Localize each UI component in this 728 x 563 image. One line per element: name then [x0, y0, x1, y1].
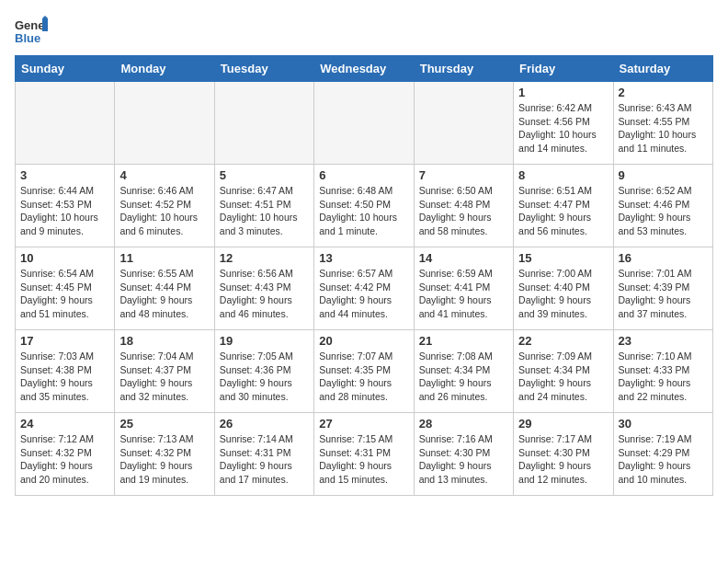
day-number: 12 — [220, 251, 309, 265]
day-number: 27 — [319, 417, 408, 431]
page-header: General Blue — [15, 15, 713, 48]
day-number: 17 — [20, 334, 109, 348]
weekday-header-sunday: Sunday — [16, 56, 115, 82]
day-info: Sunrise: 6:42 AM Sunset: 4:56 PM Dayligh… — [518, 101, 608, 155]
calendar-cell: 19Sunrise: 7:05 AM Sunset: 4:36 PM Dayli… — [214, 330, 313, 413]
day-number: 6 — [319, 168, 408, 182]
calendar-cell — [314, 82, 414, 165]
weekday-header-monday: Monday — [115, 56, 214, 82]
day-number: 14 — [419, 251, 508, 265]
calendar-cell — [16, 82, 115, 165]
weekday-header-thursday: Thursday — [414, 56, 513, 82]
day-info: Sunrise: 7:10 AM Sunset: 4:33 PM Dayligh… — [619, 350, 708, 404]
day-number: 22 — [518, 334, 608, 348]
day-number: 24 — [20, 417, 109, 431]
calendar-cell: 26Sunrise: 7:14 AM Sunset: 4:31 PM Dayli… — [214, 413, 313, 496]
calendar-cell: 6Sunrise: 6:48 AM Sunset: 4:50 PM Daylig… — [314, 165, 414, 247]
calendar-cell: 15Sunrise: 7:00 AM Sunset: 4:40 PM Dayli… — [514, 247, 613, 330]
calendar-cell — [414, 82, 513, 165]
day-number: 18 — [119, 334, 209, 348]
day-info: Sunrise: 6:54 AM Sunset: 4:45 PM Dayligh… — [20, 267, 109, 321]
day-info: Sunrise: 6:56 AM Sunset: 4:43 PM Dayligh… — [220, 267, 309, 321]
day-number: 19 — [220, 334, 309, 348]
day-info: Sunrise: 7:15 AM Sunset: 4:31 PM Dayligh… — [319, 432, 408, 487]
calendar-table: SundayMondayTuesdayWednesdayThursdayFrid… — [15, 55, 713, 496]
day-number: 23 — [619, 334, 708, 348]
logo-icon: General Blue — [15, 15, 48, 48]
calendar-cell: 3Sunrise: 6:44 AM Sunset: 4:53 PM Daylig… — [16, 165, 115, 247]
day-number: 25 — [119, 417, 209, 431]
day-number: 1 — [518, 86, 608, 99]
day-info: Sunrise: 6:46 AM Sunset: 4:52 PM Dayligh… — [119, 184, 209, 238]
day-info: Sunrise: 6:50 AM Sunset: 4:48 PM Dayligh… — [419, 184, 508, 238]
day-info: Sunrise: 7:16 AM Sunset: 4:30 PM Dayligh… — [419, 432, 508, 487]
day-info: Sunrise: 6:47 AM Sunset: 4:51 PM Dayligh… — [220, 184, 309, 238]
day-number: 16 — [619, 251, 708, 265]
day-info: Sunrise: 6:57 AM Sunset: 4:42 PM Dayligh… — [319, 267, 408, 321]
weekday-header-saturday: Saturday — [613, 56, 712, 82]
calendar-cell — [115, 82, 214, 165]
calendar-cell: 9Sunrise: 6:52 AM Sunset: 4:46 PM Daylig… — [613, 165, 712, 247]
svg-marker-2 — [42, 18, 48, 31]
calendar-cell: 14Sunrise: 6:59 AM Sunset: 4:41 PM Dayli… — [414, 247, 513, 330]
day-number: 2 — [619, 86, 708, 99]
day-number: 4 — [119, 168, 209, 182]
day-info: Sunrise: 7:04 AM Sunset: 4:37 PM Dayligh… — [119, 350, 209, 404]
day-number: 3 — [20, 168, 109, 182]
day-number: 28 — [419, 417, 508, 431]
day-number: 8 — [518, 168, 608, 182]
svg-marker-3 — [42, 16, 48, 18]
day-info: Sunrise: 7:07 AM Sunset: 4:35 PM Dayligh… — [319, 350, 408, 404]
weekday-header-friday: Friday — [514, 56, 613, 82]
day-number: 29 — [518, 417, 608, 431]
day-info: Sunrise: 6:55 AM Sunset: 4:44 PM Dayligh… — [119, 267, 209, 321]
calendar-cell: 27Sunrise: 7:15 AM Sunset: 4:31 PM Dayli… — [314, 413, 414, 496]
calendar-cell: 29Sunrise: 7:17 AM Sunset: 4:30 PM Dayli… — [514, 413, 613, 496]
day-info: Sunrise: 7:14 AM Sunset: 4:31 PM Dayligh… — [220, 432, 309, 487]
calendar-cell: 5Sunrise: 6:47 AM Sunset: 4:51 PM Daylig… — [214, 165, 313, 247]
calendar-cell: 28Sunrise: 7:16 AM Sunset: 4:30 PM Dayli… — [414, 413, 513, 496]
day-info: Sunrise: 6:52 AM Sunset: 4:46 PM Dayligh… — [619, 184, 708, 238]
day-number: 5 — [220, 168, 309, 182]
calendar-cell: 20Sunrise: 7:07 AM Sunset: 4:35 PM Dayli… — [314, 330, 414, 413]
calendar-cell: 21Sunrise: 7:08 AM Sunset: 4:34 PM Dayli… — [414, 330, 513, 413]
day-info: Sunrise: 6:51 AM Sunset: 4:47 PM Dayligh… — [518, 184, 608, 238]
logo: General Blue — [15, 15, 48, 48]
day-info: Sunrise: 6:48 AM Sunset: 4:50 PM Dayligh… — [319, 184, 408, 238]
calendar-cell: 11Sunrise: 6:55 AM Sunset: 4:44 PM Dayli… — [115, 247, 214, 330]
calendar-cell: 18Sunrise: 7:04 AM Sunset: 4:37 PM Dayli… — [115, 330, 214, 413]
weekday-header-tuesday: Tuesday — [214, 56, 313, 82]
day-number: 30 — [619, 417, 708, 431]
day-number: 20 — [319, 334, 408, 348]
day-info: Sunrise: 7:12 AM Sunset: 4:32 PM Dayligh… — [20, 432, 109, 487]
calendar-cell: 8Sunrise: 6:51 AM Sunset: 4:47 PM Daylig… — [514, 165, 613, 247]
day-number: 21 — [419, 334, 508, 348]
calendar-cell: 22Sunrise: 7:09 AM Sunset: 4:34 PM Dayli… — [514, 330, 613, 413]
calendar-cell: 1Sunrise: 6:42 AM Sunset: 4:56 PM Daylig… — [514, 82, 613, 165]
calendar-cell: 23Sunrise: 7:10 AM Sunset: 4:33 PM Dayli… — [613, 330, 712, 413]
calendar-cell: 17Sunrise: 7:03 AM Sunset: 4:38 PM Dayli… — [16, 330, 115, 413]
day-number: 9 — [619, 168, 708, 182]
calendar-cell: 13Sunrise: 6:57 AM Sunset: 4:42 PM Dayli… — [314, 247, 414, 330]
calendar-cell — [214, 82, 313, 165]
weekday-header-wednesday: Wednesday — [314, 56, 414, 82]
svg-text:Blue: Blue — [15, 31, 40, 45]
calendar-week-row: 1Sunrise: 6:42 AM Sunset: 4:56 PM Daylig… — [16, 82, 713, 165]
calendar-cell: 2Sunrise: 6:43 AM Sunset: 4:55 PM Daylig… — [613, 82, 712, 165]
calendar-cell: 4Sunrise: 6:46 AM Sunset: 4:52 PM Daylig… — [115, 165, 214, 247]
weekday-header-row: SundayMondayTuesdayWednesdayThursdayFrid… — [16, 56, 713, 82]
calendar-week-row: 17Sunrise: 7:03 AM Sunset: 4:38 PM Dayli… — [16, 330, 713, 413]
calendar-cell: 12Sunrise: 6:56 AM Sunset: 4:43 PM Dayli… — [214, 247, 313, 330]
calendar-cell: 10Sunrise: 6:54 AM Sunset: 4:45 PM Dayli… — [16, 247, 115, 330]
day-number: 7 — [419, 168, 508, 182]
calendar-cell: 7Sunrise: 6:50 AM Sunset: 4:48 PM Daylig… — [414, 165, 513, 247]
day-info: Sunrise: 7:05 AM Sunset: 4:36 PM Dayligh… — [220, 350, 309, 404]
calendar-cell: 25Sunrise: 7:13 AM Sunset: 4:32 PM Dayli… — [115, 413, 214, 496]
day-info: Sunrise: 7:19 AM Sunset: 4:29 PM Dayligh… — [619, 432, 708, 487]
day-number: 15 — [518, 251, 608, 265]
calendar-cell: 16Sunrise: 7:01 AM Sunset: 4:39 PM Dayli… — [613, 247, 712, 330]
day-info: Sunrise: 6:44 AM Sunset: 4:53 PM Dayligh… — [20, 184, 109, 238]
day-info: Sunrise: 7:13 AM Sunset: 4:32 PM Dayligh… — [119, 432, 209, 487]
day-info: Sunrise: 6:43 AM Sunset: 4:55 PM Dayligh… — [619, 101, 708, 155]
calendar-week-row: 3Sunrise: 6:44 AM Sunset: 4:53 PM Daylig… — [16, 165, 713, 247]
